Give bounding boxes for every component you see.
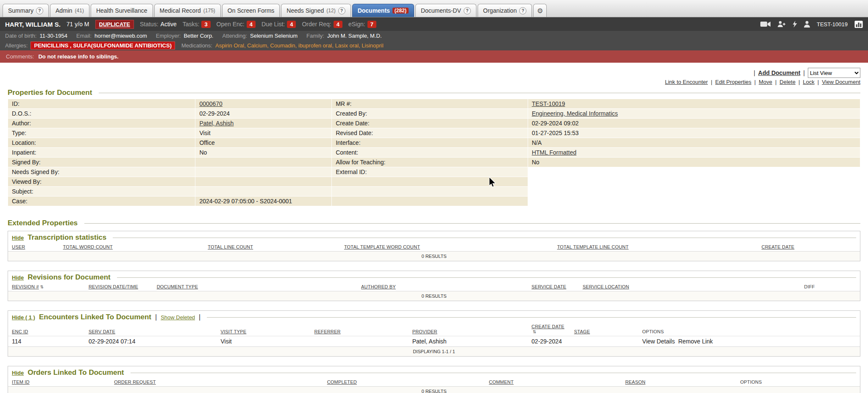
- add-user-icon[interactable]: [777, 21, 786, 28]
- tasks-badge[interactable]: 3: [201, 21, 210, 28]
- open-enc-badge[interactable]: 4: [247, 21, 256, 28]
- hide-transcription-link[interactable]: Hide: [12, 235, 24, 241]
- column-header[interactable]: SERVICE DATE: [528, 283, 579, 291]
- tab-summary[interactable]: Summary ?: [3, 4, 49, 17]
- column-header[interactable]: CREATE DATE⇅: [528, 323, 570, 336]
- column-header[interactable]: ITEM ID: [8, 378, 110, 387]
- open-enc-stat: Open Enc: 4: [217, 21, 256, 28]
- tab-on-screen-forms[interactable]: On Screen Forms: [222, 4, 280, 17]
- encounters-section: Hide ( 1 ) Encounters Linked To Document…: [8, 310, 860, 357]
- lightning-icon[interactable]: [793, 21, 797, 28]
- prop-label: Type:: [8, 128, 195, 138]
- column-header[interactable]: SERV DATE: [85, 323, 217, 336]
- hide-orders-link[interactable]: Hide: [12, 370, 24, 376]
- show-deleted-link[interactable]: Show Deleted: [161, 314, 195, 321]
- prop-value: 0000670: [195, 99, 332, 109]
- column-header[interactable]: REASON: [621, 378, 736, 387]
- tab-needs-signed[interactable]: Needs Signed (12) ?: [281, 4, 351, 17]
- prop-label: Subject:: [8, 187, 195, 196]
- mr-number-link[interactable]: TEST-10019: [532, 100, 565, 107]
- prop-label: Content:: [332, 148, 528, 158]
- status-label: Status:: [140, 21, 159, 28]
- column-header[interactable]: ENC ID: [8, 323, 85, 336]
- column-header[interactable]: PROVIDER: [409, 323, 528, 336]
- column-header[interactable]: REVISION DATE/TIME: [85, 283, 153, 291]
- tab-organization[interactable]: Organization ?: [478, 4, 532, 17]
- author-link[interactable]: Patel, Ashish: [199, 120, 234, 127]
- help-icon[interactable]: ?: [338, 7, 345, 14]
- column-header[interactable]: DOCUMENT TYPE: [153, 283, 357, 291]
- due-list-badge[interactable]: 4: [287, 21, 296, 28]
- chart-icon[interactable]: [854, 21, 863, 28]
- tab-documents-dv[interactable]: Documents-DV ?: [415, 4, 476, 17]
- delete-link[interactable]: Delete: [779, 79, 796, 85]
- allergies-label: Allergies:: [5, 42, 28, 49]
- enc-id-cell: 114: [8, 336, 85, 347]
- column-header[interactable]: ORDER REQUEST: [110, 378, 323, 387]
- column-header[interactable]: SERVICE LOCATION: [579, 283, 801, 291]
- email-value: horner@mieweb.com: [95, 33, 147, 39]
- edit-properties-link[interactable]: Edit Properties: [715, 79, 751, 85]
- revisions-section: Hide Revisions for Document REVISION #⇅ …: [8, 271, 860, 301]
- column-header[interactable]: COMPLETED: [323, 378, 485, 387]
- column-header[interactable]: REVISION #⇅: [8, 283, 85, 291]
- column-header: OPTIONS: [737, 378, 860, 387]
- referrer-cell: [311, 336, 409, 347]
- prop-value: TEST-10019: [528, 99, 860, 109]
- table-row: Subject:: [8, 187, 860, 196]
- sort-icon[interactable]: ⇅: [533, 329, 536, 334]
- column-header[interactable]: COMMENT: [485, 378, 622, 387]
- column-header[interactable]: VISIT TYPE: [217, 323, 310, 336]
- column-header[interactable]: TOTAL WORD COUNT: [59, 243, 204, 252]
- view-document-link[interactable]: View Document: [822, 79, 860, 85]
- patient-allergies-row: Allergies: PENICILLINS , SULFA(SULFONAMI…: [0, 41, 868, 50]
- order-req-badge[interactable]: 4: [334, 21, 342, 28]
- help-icon[interactable]: ?: [464, 7, 471, 14]
- tab-documents[interactable]: Documents (282): [352, 4, 414, 17]
- column-header[interactable]: CREATE DATE: [758, 243, 860, 252]
- move-link[interactable]: Move: [759, 79, 772, 85]
- help-icon[interactable]: ?: [36, 7, 43, 14]
- help-icon[interactable]: ?: [519, 7, 526, 14]
- sort-icon[interactable]: ⇅: [40, 285, 44, 289]
- tab-count-badge: (41): [75, 8, 84, 14]
- column-header[interactable]: TOTAL TEMPLATE LINE COUNT: [553, 243, 757, 252]
- user-icon[interactable]: [804, 21, 810, 28]
- column-header[interactable]: AUTHORED BY: [357, 283, 528, 291]
- created-by-link[interactable]: Engineering, Medical Informatics: [532, 110, 618, 117]
- tab-admin[interactable]: Admin (41): [50, 4, 89, 17]
- tab-medical-record[interactable]: Medical Record (175): [154, 4, 221, 17]
- allergies-value[interactable]: PENICILLINS , SULFA(SULFONAMIDE ANTIBIOT…: [31, 42, 175, 50]
- column-header[interactable]: REFERRER: [311, 323, 409, 336]
- add-document-link[interactable]: Add Document: [758, 69, 801, 76]
- dob-label: Date of birth:: [5, 33, 36, 39]
- medications-list[interactable]: Aspirin Oral, Calcium, Coumadin, ibuprof…: [215, 42, 384, 49]
- tab-health-surveillance[interactable]: Health Surveillance: [91, 4, 153, 17]
- section-title: Encounters Linked To Document: [39, 313, 151, 321]
- document-id-link[interactable]: 0000670: [199, 100, 223, 107]
- medications-label: Medications:: [181, 42, 212, 49]
- tab-label: Organization: [483, 7, 517, 14]
- prop-value: Office: [195, 138, 332, 148]
- column-header[interactable]: TOTAL LINE COUNT: [204, 243, 340, 252]
- hide-encounters-link[interactable]: Hide ( 1 ): [12, 314, 35, 321]
- lock-link[interactable]: Lock: [803, 79, 814, 85]
- column-header[interactable]: USER: [8, 243, 59, 252]
- esign-stat: eSign: 7: [348, 21, 376, 28]
- column-header[interactable]: TOTAL TEMPLATE WORD COUNT: [340, 243, 554, 252]
- link-to-encounter-link[interactable]: Link to Encounter: [665, 79, 708, 85]
- comments-value: Do not release info to siblings.: [38, 53, 118, 60]
- settings-icon[interactable]: ⚙: [533, 4, 547, 17]
- column-header[interactable]: STAGE: [570, 323, 639, 336]
- content-format-link[interactable]: HTML Formatted: [532, 149, 576, 156]
- prop-label: D.O.S.:: [8, 109, 195, 119]
- view-mode-select[interactable]: List View: [808, 68, 860, 78]
- hide-revisions-link[interactable]: Hide: [12, 274, 24, 281]
- view-details-link[interactable]: View Details: [642, 338, 675, 345]
- video-camera-icon[interactable]: [760, 21, 771, 28]
- esign-badge[interactable]: 7: [367, 21, 376, 28]
- duplicate-flag[interactable]: DUPLICATE: [95, 20, 134, 29]
- separator: |: [711, 79, 712, 85]
- prop-value: 02-29-2024: [195, 109, 332, 119]
- remove-link-link[interactable]: Remove Link: [678, 338, 713, 345]
